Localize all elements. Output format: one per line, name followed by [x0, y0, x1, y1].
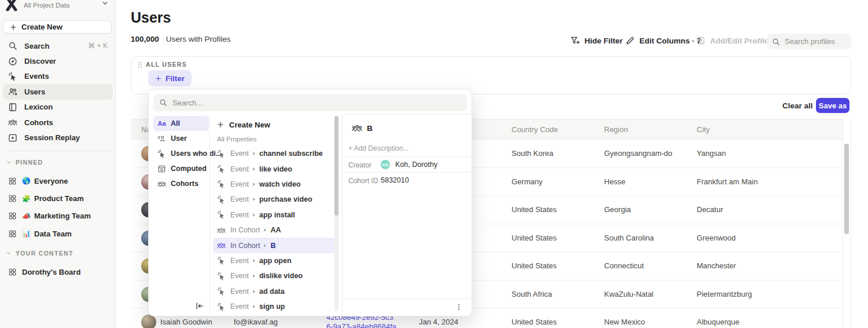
- page-title: Users: [131, 9, 171, 26]
- sidebar-item-cohorts[interactable]: Cohorts: [3, 115, 113, 130]
- search-icon: [159, 99, 167, 107]
- user-icon: [157, 134, 166, 143]
- aa-text-icon: Aa: [157, 120, 166, 127]
- property-item-watch-video[interactable]: Event watch video: [213, 177, 335, 192]
- property-item-app-install[interactable]: Event app install: [213, 207, 335, 223]
- sidebar-item-events[interactable]: Events: [3, 69, 113, 84]
- cohort-title: B: [367, 124, 373, 133]
- add-edit-profile-label: Add/Edit Profile: [710, 37, 768, 45]
- city-cell: Frankfurt am Main: [697, 168, 757, 196]
- property-item-app-open[interactable]: Event app open: [213, 253, 335, 268]
- property-create-new[interactable]: Create New: [210, 117, 342, 132]
- board-label: Data Team: [34, 229, 72, 238]
- save-as-button[interactable]: Save as: [816, 98, 849, 113]
- add-filter-label: Filter: [165, 74, 185, 83]
- hide-filter-button[interactable]: Hide Filter: [571, 36, 623, 45]
- globe-emoji-icon: 🌎: [22, 177, 31, 185]
- your-content-section-header[interactable]: YOUR CONTENT: [6, 250, 73, 257]
- plus-icon: [10, 24, 17, 31]
- property-name: purchase video: [259, 195, 312, 203]
- board-label: Product Team: [34, 194, 84, 203]
- sidebar-item-dorothys-board[interactable]: Dorothy's Board: [3, 263, 113, 280]
- region-cell: KwaZulu-Natal: [604, 280, 653, 309]
- property-prefix: In Cohort: [230, 226, 260, 234]
- property-item-channel-subscribe[interactable]: Event channel subscribe: [213, 146, 335, 161]
- sidebar-item-data-team[interactable]: 📊 Data Team: [3, 225, 113, 242]
- property-name: app install: [259, 211, 295, 219]
- property-item-sign-up[interactable]: Event sign up: [213, 299, 335, 314]
- add-filter-button[interactable]: Filter: [148, 70, 192, 86]
- list-scrollbar-thumb[interactable]: [334, 116, 339, 216]
- more-options-button[interactable]: [453, 301, 465, 313]
- property-item-purchase-video[interactable]: Event purchase video: [213, 192, 335, 207]
- properties-section-label: All Properties: [210, 132, 342, 146]
- property-prefix: Event: [230, 287, 249, 296]
- edit-columns-button[interactable]: Edit Columns · 7: [626, 36, 701, 45]
- profile-card-icon: [696, 36, 705, 45]
- sidebar-item-marketing-team[interactable]: 📣 Marketing Team: [3, 207, 113, 225]
- computed-icon: [157, 165, 166, 173]
- sidebar-item-label: Users: [24, 88, 45, 96]
- region-cell: Hesse: [604, 168, 626, 196]
- pinned-section-header[interactable]: PINNED: [6, 159, 43, 166]
- property-prefix: In Cohort: [230, 242, 260, 250]
- category-item-all[interactable]: Aa All: [153, 116, 209, 131]
- property-item-in-cohort-b[interactable]: In Cohort B: [213, 238, 335, 253]
- property-name: AA: [270, 226, 281, 234]
- sidebar-item-lexicon[interactable]: Lexicon: [3, 100, 113, 115]
- property-name: like video: [259, 165, 292, 173]
- property-item-dislike-video[interactable]: Event dislike video: [213, 268, 335, 283]
- clear-all-button[interactable]: Clear all: [782, 101, 813, 110]
- category-item-cohorts[interactable]: Cohorts: [153, 176, 209, 191]
- dropdown-search-input[interactable]: [172, 99, 461, 107]
- sidebar-item-session-replay[interactable]: Session Replay: [3, 130, 113, 145]
- sidebar-item-label: Discover: [24, 57, 56, 65]
- sidebar-item-discover[interactable]: Discover: [3, 53, 113, 68]
- add-description-button[interactable]: + Add Description...: [348, 144, 409, 152]
- create-new-label: Create New: [21, 23, 62, 31]
- create-new-button[interactable]: Create New: [3, 20, 112, 34]
- project-switcher[interactable]: Media All Project Data: [5, 0, 111, 14]
- event-cursor-icon: [217, 287, 226, 296]
- chevron-down-icon: [6, 250, 12, 256]
- column-header-city[interactable]: City: [697, 119, 709, 140]
- column-header-region[interactable]: Region: [604, 119, 628, 140]
- city-cell: Decatur: [697, 196, 723, 224]
- sidebar-item-users[interactable]: Users: [3, 84, 113, 99]
- chart-emoji-icon: 📊: [22, 229, 31, 238]
- category-item-user[interactable]: User: [153, 131, 209, 146]
- users-icon: [8, 87, 17, 96]
- list-scrollbar-track[interactable]: [334, 116, 339, 311]
- property-item-ad-data[interactable]: Event ad data: [213, 284, 335, 299]
- sidebar-item-everyone[interactable]: 🌎 Everyone: [3, 172, 113, 189]
- search-profiles-input[interactable]: [785, 37, 846, 46]
- property-prefix: Event: [230, 195, 249, 203]
- add-edit-profile-button[interactable]: Add/Edit Profile: [696, 36, 768, 45]
- chevron-right-icon: [263, 228, 267, 232]
- drag-handle-icon[interactable]: [138, 61, 142, 68]
- filter-group-label: ALL USERS: [146, 61, 187, 68]
- property-prefix: Event: [230, 303, 249, 311]
- event-cursor-icon: [217, 180, 226, 188]
- avatar: [141, 315, 156, 328]
- event-cursor-icon: [157, 150, 166, 158]
- property-item-in-cohort-aa[interactable]: In Cohort AA: [213, 223, 335, 238]
- sidebar-item-search[interactable]: Search ⌘ + K: [3, 38, 113, 53]
- property-name: watch video: [259, 180, 301, 188]
- sidebar-item-product-team[interactable]: 🧩 Product Team: [3, 189, 113, 207]
- collapse-panel-icon[interactable]: [195, 301, 204, 311]
- property-item-like-video[interactable]: Event like video: [213, 161, 335, 176]
- table-scrollbar[interactable]: [844, 144, 849, 234]
- book-icon: [8, 103, 17, 112]
- category-item-users-who-did[interactable]: Users who di...: [153, 146, 209, 161]
- board-label: Marketing Team: [34, 212, 91, 220]
- board-icon: [8, 177, 17, 185]
- panel-divider: [343, 172, 472, 173]
- cohort-icon: [217, 226, 226, 235]
- category-item-computed[interactable]: Computed: [153, 161, 209, 176]
- board-icon: [8, 212, 17, 220]
- region-cell: New Mexico: [604, 308, 645, 328]
- property-name: dislike video: [259, 272, 303, 280]
- column-header-country-code[interactable]: Country Code: [512, 119, 558, 140]
- region-cell: Connecticut: [604, 252, 644, 280]
